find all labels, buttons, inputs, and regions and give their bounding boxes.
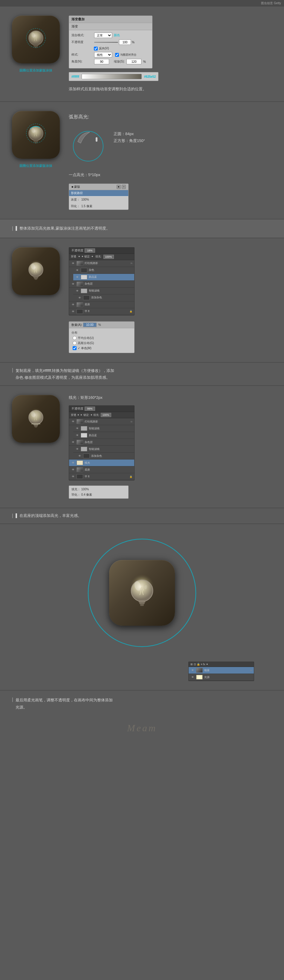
arc-diagram-container: 正圆：84px 正方形：角度150°	[69, 127, 145, 165]
layer-name-7: 底座	[85, 302, 132, 306]
color-stop2: #625e52	[144, 75, 156, 78]
section-6: 线光：矩形160*2px 不透明度 穿透 ✦ ✦ 锁定: ✦ 填充: 👁 灯柱线…	[0, 386, 284, 508]
eye-7[interactable]: 👁	[71, 302, 75, 307]
app-icon-6	[12, 395, 60, 443]
thumb-6-5	[81, 447, 87, 452]
fill-input-6[interactable]	[101, 413, 111, 417]
feather-label-6: 羽化：	[71, 493, 81, 496]
path-row-label: 形状路径	[71, 191, 83, 195]
scale-input[interactable]	[127, 59, 141, 64]
path-panel-btn1[interactable]: ■	[117, 185, 121, 189]
style-select[interactable]: 线性	[94, 52, 112, 57]
thumb-6-7	[76, 460, 83, 465]
uniform-label: 平均分布(U)	[78, 336, 94, 340]
layer-row-6[interactable]: 👁 添加杂色	[69, 294, 134, 301]
opacity-input-6[interactable]	[85, 407, 95, 411]
eye-2[interactable]: 👁	[75, 268, 79, 272]
eye-3[interactable]: 👁	[75, 275, 79, 279]
eye-6-3[interactable]: 👁	[75, 433, 79, 438]
layer-6-6[interactable]: 👁 添加杂色	[69, 453, 134, 460]
watermark: 图虫创意 Getty	[261, 1, 281, 5]
scale-unit: %	[143, 60, 146, 64]
svg-rect-26	[35, 426, 37, 428]
thumb-3	[81, 275, 87, 280]
layer-6-5[interactable]: 👁 智能滤镜	[73, 446, 134, 453]
line-light-label: 线光：矩形160*2px	[69, 395, 135, 400]
highlight-desc: 弧形高光: 正圆：84px 正方形：角度150° 一点高光：5*10px	[69, 111, 145, 210]
meam-text: Meam	[127, 722, 157, 733]
fill-input-4[interactable]	[103, 255, 114, 259]
density-row: 浓度： 100%	[69, 196, 128, 203]
arc-diagram	[69, 127, 108, 165]
ps-path-panel: ■ 蒙版 ■ + 形状路径 浓度： 100% 羽化： 1.5 像素	[69, 184, 129, 210]
angle-input[interactable]	[94, 59, 109, 64]
layer-row-4[interactable]: 👁 杂色层	[69, 281, 134, 288]
uniform-radio[interactable]: 平均分布(U)	[73, 336, 132, 340]
eye-6-9[interactable]: 👁	[71, 474, 75, 479]
gaussian-radio[interactable]: 高斯分布(G)	[73, 341, 132, 345]
thumb-6-4	[76, 440, 83, 445]
svg-point-23	[29, 410, 43, 425]
lock-icon-8: 🔒	[129, 310, 132, 313]
eye-6[interactable]: 👁	[78, 296, 82, 300]
gradient-bar-panel: #ffffff #625e52	[69, 72, 159, 81]
opacity-label-6: 不透明度	[71, 407, 83, 411]
layer-row-2[interactable]: 👁 杂色	[73, 267, 134, 274]
layers-panel-6: 不透明度 穿透 ✦ ✦ 锁定: ✦ 填充: 👁 灯柱线路影 fx 👁 智能滤镜 …	[69, 406, 135, 480]
layer-6-2[interactable]: 👁 智能滤镜	[73, 425, 134, 432]
opacity-input-1[interactable]	[119, 40, 131, 45]
feather-row-6: 羽化： 0.4 像素	[71, 493, 126, 497]
panel-col-1: 渐变叠加 渐变 混合模式: 正常 颜色 不透明度 %	[69, 16, 272, 92]
layer-8-2[interactable]: 👁 光源	[189, 674, 254, 681]
eye-6-8[interactable]: 👁	[71, 468, 75, 472]
eye-8-1[interactable]: 👁	[190, 668, 195, 672]
density-label: 浓度：	[71, 197, 80, 202]
eye-6-1[interactable]: 👁	[71, 420, 75, 424]
thumb-6-3	[81, 433, 87, 438]
mono-checkbox[interactable]: ✓ 单色(M)	[73, 346, 132, 350]
reverse-checkbox[interactable]	[94, 47, 98, 51]
blend-select[interactable]: 正常	[94, 33, 112, 38]
opacity-input-4[interactable]	[85, 248, 95, 253]
path-panel-btn2[interactable]: +	[122, 185, 126, 189]
section-9: 最后用柔光画笔，调整不透明度，在画布中间为整体添加光源。	[0, 690, 284, 717]
layer-6-4[interactable]: 👁 杂色层	[69, 439, 134, 446]
icon-col-1: 圆圈位置添加蒙版涂抹	[12, 16, 60, 92]
eye-8[interactable]: 👁	[71, 309, 75, 313]
svg-rect-20	[35, 278, 37, 280]
layer-row-5[interactable]: 👁 智能滤镜	[73, 288, 134, 294]
path-panel-title: ■ 蒙版 ■ +	[69, 184, 128, 190]
caption-9-text: 最后用柔光画笔，调整不透明度，在画布中间为整体添加光源。	[16, 697, 113, 711]
layer-row-7[interactable]: 👁 底座	[69, 301, 134, 308]
layer-row-1[interactable]: 👁 灯柱线路影 fx	[69, 260, 134, 267]
svg-point-17	[29, 262, 43, 277]
layer-6-8[interactable]: 👁 底座	[69, 466, 134, 473]
fill-value-6: 100%	[81, 488, 89, 491]
layer-6-7[interactable]: 👁 线光	[69, 460, 134, 466]
caption-3-text: ▌ 整体添加完高光效果,蒙版涂抹注意画笔的不透明度。	[16, 226, 110, 232]
eye-4[interactable]: 👁	[71, 282, 75, 286]
layer-row-8[interactable]: 👁 平 fl 🔒	[69, 308, 134, 315]
eye-6-2[interactable]: 👁	[75, 426, 79, 431]
layer-6-9[interactable]: 👁 平 fl 🔒	[69, 473, 134, 480]
align-checkbox[interactable]	[115, 53, 119, 57]
thumb-6-9	[76, 474, 83, 479]
caption-4-text: 复制底座，填充#ffffff,转换为智能滤镜（方便修改），添加杂色.修改图层模式…	[16, 367, 114, 381]
section-7-caption: ▌ 在底座的顶端添加高光，丰富光感。	[0, 508, 284, 523]
section-2: 圆圈位置添加蒙版涂抹 弧形高光: 正圆：84px 正方形：角度150°	[0, 102, 284, 219]
eye-6-6[interactable]: 👁	[78, 454, 82, 458]
layer-row-3[interactable]: 👁 新品蓝	[73, 274, 134, 281]
noise-amount-input[interactable]	[83, 323, 97, 327]
blend-label: 混合模式:	[71, 33, 92, 37]
layer-6-1[interactable]: 👁 灯柱线路影 fx	[69, 418, 134, 425]
color-label: 颜色	[114, 33, 120, 37]
eye-1[interactable]: 👁	[71, 261, 75, 266]
eye-6-7[interactable]: 👁	[71, 461, 75, 465]
caption-1: 添加样式后直接拖动渐变调整到合适的位置。	[69, 86, 272, 92]
eye-6-5[interactable]: 👁	[75, 447, 79, 451]
eye-5[interactable]: 👁	[75, 289, 79, 293]
layer-6-3[interactable]: 👁 新品蓝	[73, 432, 134, 439]
eye-6-4[interactable]: 👁	[71, 440, 75, 444]
layer-8-1[interactable]: 👁 镜座 fx	[189, 667, 254, 674]
eye-8-2[interactable]: 👁	[190, 675, 195, 679]
